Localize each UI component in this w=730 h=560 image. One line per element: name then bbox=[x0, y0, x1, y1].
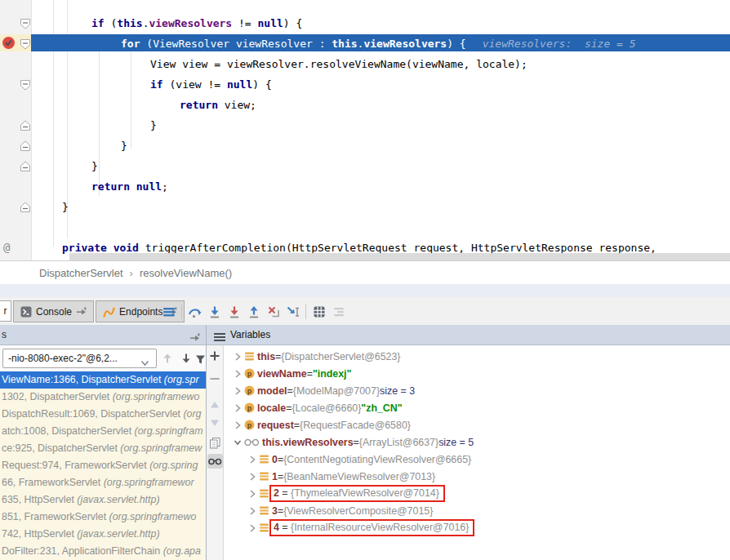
chevron-right-icon[interactable] bbox=[233, 368, 243, 380]
previous-frame-button[interactable] bbox=[162, 353, 173, 364]
stack-frame-row[interactable]: atch:1008, DispatcherServlet (org.spring… bbox=[0, 423, 206, 440]
variable-eq: = bbox=[275, 351, 281, 362]
chevron-right-icon[interactable] bbox=[247, 471, 257, 482]
stack-frame-row[interactable]: Request:974, FrameworkServlet (org.sprin… bbox=[0, 457, 206, 474]
fold-marker-icon[interactable] bbox=[20, 79, 31, 91]
frame-method: Request:974, FrameworkServlet bbox=[2, 460, 149, 471]
variable-row[interactable]: plocale = {Locale@6660} "zh_CN" bbox=[225, 399, 730, 416]
variable-row[interactable]: 2 = {ThymeleafViewResolver@7014} bbox=[225, 485, 730, 502]
chevron-right-icon[interactable] bbox=[233, 420, 243, 431]
step-into-button[interactable] bbox=[207, 305, 221, 318]
fold-marker-icon[interactable] bbox=[20, 18, 31, 29]
code-line: } bbox=[91, 158, 98, 175]
chevron-right-icon[interactable] bbox=[247, 454, 257, 465]
stack-frame-row[interactable]: 851, FrameworkServlet (org.springframewo bbox=[0, 509, 206, 526]
stack-frame-row[interactable]: ViewName:1366, DispatcherServlet (org.sp… bbox=[0, 371, 206, 389]
variable-eq: = bbox=[287, 385, 293, 397]
toolwindow-gap bbox=[0, 284, 730, 297]
variable-eq: = bbox=[278, 454, 283, 465]
duplicate-watch-button[interactable] bbox=[209, 437, 220, 448]
code-line: if (this.viewResolvers != null) { bbox=[91, 16, 302, 32]
filter-frames-icon[interactable] bbox=[195, 353, 207, 365]
thread-selector-dropdown[interactable]: -nio-8080-exec-2"@6,2... bbox=[2, 349, 157, 368]
variables-tree[interactable]: this = {DispatcherServlet@6523}pviewName… bbox=[225, 345, 730, 560]
variable-str: "zh_CN" bbox=[361, 402, 402, 414]
variable-name: 0 bbox=[272, 454, 278, 465]
variable-row[interactable]: 4 = {InternalResourceViewResolver@7016} bbox=[225, 519, 730, 536]
editor-clipped-line bbox=[69, 253, 730, 260]
chevron-right-icon[interactable] bbox=[247, 505, 257, 517]
frame-method: 742, HttpServlet bbox=[2, 528, 77, 540]
chevron-right-icon[interactable] bbox=[247, 522, 257, 534]
param-icon: p bbox=[244, 420, 255, 430]
variable-val: {Locale@6660} bbox=[292, 402, 361, 414]
variable-row[interactable]: 1 = {BeanNameViewResolver@7013} bbox=[225, 468, 730, 485]
frame-package: (org.springframewo bbox=[113, 391, 200, 402]
variable-row[interactable]: pviewName = "indexj" bbox=[225, 365, 730, 382]
breakpoint-icon[interactable] bbox=[2, 36, 16, 50]
frame-method: 1302, DispatcherServlet bbox=[2, 391, 113, 402]
chevron-right-icon[interactable] bbox=[233, 351, 243, 362]
stack-frame-row[interactable]: 66, FrameworkServlet (org.springframewor bbox=[0, 474, 206, 491]
variable-name: this bbox=[257, 351, 275, 362]
stack-frames-list[interactable]: ViewName:1366, DispatcherServlet (org.sp… bbox=[0, 371, 206, 560]
watch-icon bbox=[244, 438, 260, 447]
variables-menu-icon[interactable] bbox=[214, 331, 225, 345]
variable-eq: = bbox=[278, 471, 283, 482]
stack-frame-row[interactable]: ce:925, DispatcherServlet (org.springfra… bbox=[0, 440, 206, 457]
frame-method: DispatchResult:1069, DispatcherServlet bbox=[2, 408, 183, 420]
variable-name: model bbox=[257, 385, 287, 397]
jump-to-source-icon[interactable] bbox=[189, 331, 200, 345]
force-step-into-button[interactable] bbox=[227, 305, 241, 318]
fold-marker-icon[interactable] bbox=[20, 120, 31, 131]
add-watch-button[interactable] bbox=[209, 350, 220, 362]
menu-button[interactable] bbox=[162, 305, 176, 318]
next-frame-button[interactable] bbox=[180, 353, 192, 364]
chevron-right-icon[interactable] bbox=[247, 488, 257, 500]
chevron-down-icon[interactable] bbox=[140, 355, 149, 370]
remove-watch-button[interactable] bbox=[209, 373, 220, 384]
chevron-right-icon[interactable] bbox=[233, 402, 243, 414]
code-editor[interactable]: @ if (this.viewResolvers != null) {for (… bbox=[0, 0, 730, 260]
step-over-button[interactable] bbox=[188, 305, 202, 318]
frame-method: ce:925, DispatcherServlet bbox=[2, 442, 120, 454]
fold-marker-icon[interactable] bbox=[20, 140, 31, 152]
variable-val: {ViewResolverComposite@7015} bbox=[283, 505, 433, 517]
variable-val: {ContentNegotiatingViewResolver@6665} bbox=[283, 454, 471, 465]
variable-row[interactable]: this = {DispatcherServlet@6523} bbox=[225, 348, 730, 365]
tab-debugger-clipped[interactable]: r bbox=[0, 300, 11, 322]
chevron-right-icon[interactable] bbox=[233, 385, 243, 397]
fold-marker-icon[interactable] bbox=[20, 161, 31, 172]
variable-eq: = bbox=[286, 402, 292, 414]
stack-frame-row[interactable]: DoFilter:231, ApplicationFilterChain (or… bbox=[0, 543, 206, 560]
tab-console[interactable]: Console bbox=[13, 300, 94, 322]
chevron-down-icon[interactable] bbox=[233, 438, 243, 447]
variable-str: "indexj" bbox=[313, 368, 352, 380]
move-watch-down-button[interactable] bbox=[209, 417, 220, 429]
show-watches-toggle[interactable] bbox=[207, 454, 223, 469]
frame-package: (org.springframew bbox=[120, 442, 202, 454]
evaluate-button[interactable] bbox=[312, 305, 326, 318]
jump-to-source-icon[interactable] bbox=[76, 307, 87, 316]
variable-row[interactable]: 3 = {ViewResolverComposite@7015} bbox=[225, 502, 730, 519]
breadcrumb-method[interactable]: resolveViewName() bbox=[140, 267, 232, 279]
stack-frame-row[interactable]: DispatchResult:1069, DispatcherServlet (… bbox=[0, 406, 206, 423]
stack-frame-row[interactable]: 1302, DispatcherServlet (org.springframe… bbox=[0, 389, 206, 406]
move-watch-up-button[interactable] bbox=[209, 399, 220, 411]
stack-frame-row[interactable]: 635, HttpServlet (javax.servlet.http) bbox=[0, 491, 206, 509]
variable-row[interactable]: prequest = {RequestFacade@6580} bbox=[225, 416, 730, 433]
drop-frame-button[interactable] bbox=[266, 305, 280, 318]
variable-row[interactable]: this.viewResolvers = {ArrayList@6637} si… bbox=[225, 433, 730, 451]
breadcrumb-class[interactable]: DispatcherServlet bbox=[39, 267, 123, 279]
fold-marker-icon[interactable] bbox=[20, 38, 31, 50]
fold-marker-icon[interactable] bbox=[20, 202, 31, 213]
layout-button[interactable] bbox=[332, 305, 345, 318]
run-to-cursor-button[interactable] bbox=[286, 305, 300, 318]
step-out-button[interactable] bbox=[247, 305, 260, 318]
param-icon: p bbox=[244, 385, 255, 396]
variable-name: locale bbox=[257, 402, 286, 414]
variable-size: size = 3 bbox=[380, 385, 415, 397]
variable-row[interactable]: pmodel = {ModelMap@7007} size = 3 bbox=[225, 382, 730, 399]
variable-row[interactable]: 0 = {ContentNegotiatingViewResolver@6665… bbox=[225, 451, 730, 468]
stack-frame-row[interactable]: 742, HttpServlet (javax.servlet.http) bbox=[0, 526, 206, 543]
